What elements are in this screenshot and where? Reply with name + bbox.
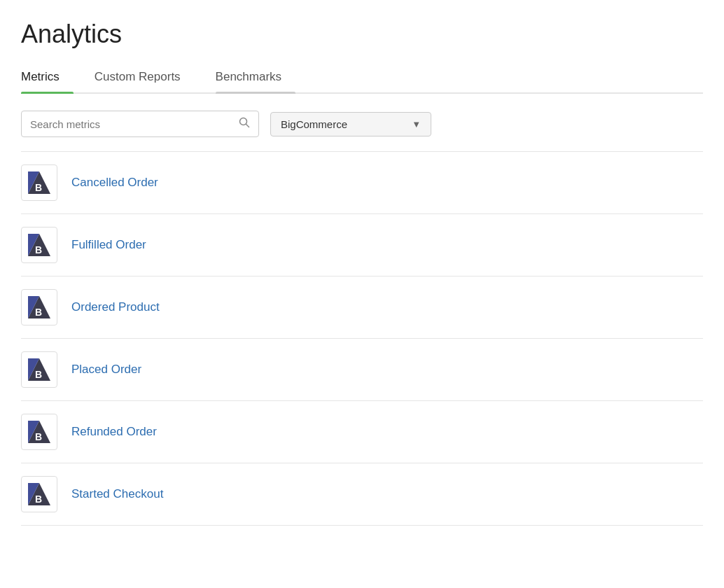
tabs-nav: Metrics Custom Reports Benchmarks — [21, 63, 703, 94]
search-icon — [239, 117, 250, 131]
metric-icon: B — [21, 414, 57, 450]
platform-dropdown[interactable]: BigCommerce ▼ — [270, 112, 431, 136]
page-header: Analytics Metrics Custom Reports Benchma… — [0, 0, 724, 94]
metric-name[interactable]: Ordered Product — [71, 300, 160, 314]
bigcommerce-logo-icon: B — [25, 480, 53, 508]
chevron-down-icon: ▼ — [412, 119, 421, 130]
svg-text:B: B — [35, 244, 42, 255]
metric-icon: B — [21, 164, 57, 201]
svg-text:B: B — [35, 307, 42, 318]
search-input[interactable] — [30, 118, 239, 130]
filters-row: BigCommerce ▼ — [21, 111, 703, 137]
list-item[interactable]: B Fulfilled Order — [21, 214, 703, 276]
metric-icon: B — [21, 476, 57, 512]
metric-name[interactable]: Started Checkout — [71, 487, 163, 501]
main-content: BigCommerce ▼ B Cancelled Order — [0, 94, 724, 542]
metric-name[interactable]: Fulfilled Order — [71, 238, 146, 252]
svg-text:B: B — [35, 182, 42, 193]
svg-line-1 — [246, 125, 249, 127]
list-item[interactable]: B Ordered Product — [21, 276, 703, 339]
list-item[interactable]: B Refunded Order — [21, 401, 703, 463]
metric-name[interactable]: Placed Order — [71, 363, 141, 377]
metric-name[interactable]: Refunded Order — [71, 425, 157, 439]
page-title: Analytics — [21, 20, 703, 49]
search-box[interactable] — [21, 111, 259, 137]
bigcommerce-logo-icon: B — [25, 231, 53, 259]
dropdown-label: BigCommerce — [281, 118, 347, 130]
metric-icon: B — [21, 227, 57, 263]
metric-icon: B — [21, 289, 57, 326]
bigcommerce-logo-icon: B — [25, 293, 53, 321]
metric-name[interactable]: Cancelled Order — [71, 176, 158, 190]
svg-text:B: B — [35, 369, 42, 380]
list-item[interactable]: B Placed Order — [21, 339, 703, 401]
metric-icon: B — [21, 351, 57, 388]
metric-list: B Cancelled Order B Fulfilled Order — [21, 152, 703, 526]
tab-metrics[interactable]: Metrics — [21, 63, 74, 92]
svg-text:B: B — [35, 431, 42, 442]
bigcommerce-logo-icon: B — [25, 356, 53, 384]
bigcommerce-logo-icon: B — [25, 418, 53, 446]
bigcommerce-logo-icon: B — [25, 169, 53, 197]
tab-benchmarks[interactable]: Benchmarks — [216, 63, 295, 92]
list-item[interactable]: B Started Checkout — [21, 463, 703, 526]
svg-text:B: B — [35, 493, 42, 505]
list-item[interactable]: B Cancelled Order — [21, 152, 703, 214]
tab-custom-reports[interactable]: Custom Reports — [95, 63, 195, 92]
